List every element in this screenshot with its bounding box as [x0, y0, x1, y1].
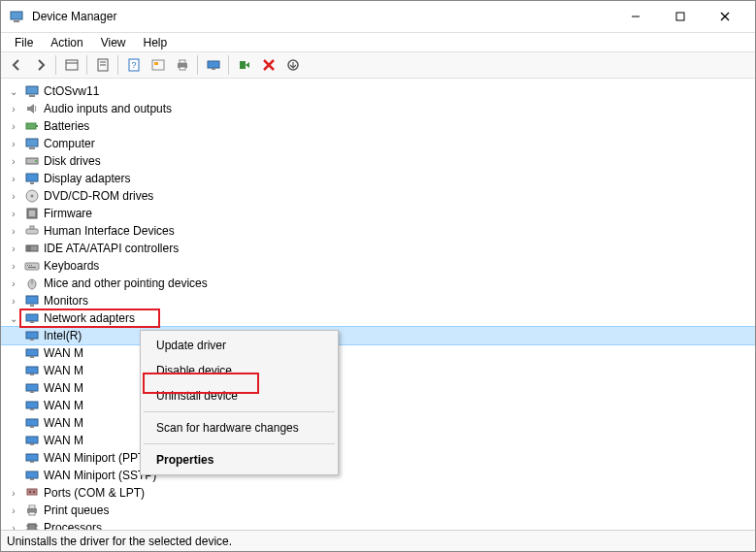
- tree-device[interactable]: WAN M: [1, 362, 755, 379]
- action-button[interactable]: [147, 54, 170, 76]
- tree-category[interactable]: ›Firmware: [1, 205, 755, 222]
- svg-rect-14: [154, 62, 158, 65]
- expand-icon[interactable]: ›: [7, 521, 20, 530]
- menu-help[interactable]: Help: [136, 34, 176, 51]
- svg-rect-18: [208, 61, 219, 68]
- menu-file[interactable]: File: [7, 34, 41, 51]
- collapse-icon[interactable]: ⌄: [7, 84, 20, 98]
- expand-icon[interactable]: ›: [7, 154, 20, 168]
- computer-icon: [24, 83, 40, 99]
- expand-icon[interactable]: ›: [7, 172, 20, 185]
- svg-rect-37: [29, 211, 35, 216]
- expand-icon[interactable]: ›: [7, 207, 20, 220]
- scan-button[interactable]: [202, 54, 225, 76]
- device-label: Intel(R): [44, 329, 82, 342]
- svg-rect-47: [28, 267, 36, 268]
- tree-device[interactable]: WAN Miniport (PPTP): [1, 449, 755, 467]
- svg-point-35: [31, 195, 34, 198]
- spacer: [7, 451, 20, 465]
- back-button[interactable]: [5, 54, 28, 76]
- tree-category[interactable]: ›Computer: [1, 135, 755, 152]
- tree-category[interactable]: ›Mice and other pointing devices: [1, 275, 755, 292]
- forward-button[interactable]: [29, 54, 52, 76]
- svg-rect-29: [29, 147, 35, 149]
- minimize-button[interactable]: [613, 1, 658, 32]
- svg-rect-0: [11, 12, 22, 19]
- tree-category[interactable]: ›Monitors: [1, 292, 755, 309]
- tree-category[interactable]: ›Audio inputs and outputs: [1, 100, 755, 117]
- expand-icon[interactable]: ›: [7, 242, 20, 255]
- spacer: [7, 469, 20, 482]
- close-button[interactable]: [703, 1, 747, 32]
- uninstall-button[interactable]: [257, 54, 280, 76]
- tree-root[interactable]: ⌄ CtOSvw11: [1, 82, 755, 100]
- expand-icon[interactable]: ›: [7, 189, 20, 203]
- category-label: Keyboards: [44, 259, 99, 273]
- maximize-button[interactable]: [658, 1, 703, 32]
- category-icon: [24, 136, 40, 151]
- tree-device[interactable]: Intel(R): [1, 327, 755, 344]
- expand-icon[interactable]: ›: [7, 224, 20, 238]
- expand-icon[interactable]: ›: [7, 102, 20, 115]
- expand-icon[interactable]: ›: [7, 503, 20, 517]
- category-label: Print queues: [44, 503, 109, 517]
- category-icon: [24, 206, 40, 221]
- expand-icon[interactable]: ›: [7, 259, 20, 273]
- context-update-driver[interactable]: Update driver: [143, 333, 336, 358]
- svg-rect-63: [30, 408, 34, 410]
- tree-category[interactable]: ›Keyboards: [1, 257, 755, 275]
- tree-device[interactable]: WAN M: [1, 344, 755, 362]
- tree-category[interactable]: ›Human Interface Devices: [1, 222, 755, 240]
- context-disable-device[interactable]: Disable device: [143, 358, 336, 383]
- network-adapter-icon: [24, 450, 40, 466]
- device-tree[interactable]: ⌄ CtOSvw11 ›Audio inputs and outputs›Bat…: [1, 79, 755, 530]
- tree-category[interactable]: ›Ports (COM & LPT): [1, 484, 755, 502]
- tree-device[interactable]: WAN M: [1, 379, 755, 397]
- expand-icon[interactable]: ›: [7, 119, 20, 133]
- menu-view[interactable]: View: [93, 34, 134, 51]
- tree-device[interactable]: WAN M: [1, 414, 755, 432]
- enable-button[interactable]: [233, 54, 256, 76]
- show-hidden-button[interactable]: [60, 54, 83, 76]
- print-button[interactable]: [171, 54, 194, 76]
- expand-icon[interactable]: ›: [7, 294, 20, 308]
- help-button[interactable]: ?: [122, 54, 146, 76]
- tree-category[interactable]: ⌄Network adapters: [1, 309, 755, 327]
- tree-category[interactable]: ›Processors: [1, 519, 755, 530]
- svg-rect-71: [30, 478, 34, 480]
- tree-category[interactable]: ›Display adapters: [1, 170, 755, 187]
- tree-category[interactable]: ›IDE ATA/ATAPI controllers: [1, 240, 755, 257]
- statusbar: Uninstalls the driver for the selected d…: [1, 530, 755, 551]
- expand-icon[interactable]: ›: [7, 276, 20, 290]
- category-label: Network adapters: [44, 311, 135, 325]
- svg-rect-3: [676, 13, 684, 20]
- category-icon: [24, 485, 40, 501]
- expand-icon[interactable]: ›: [7, 486, 20, 500]
- network-adapter-icon: [24, 363, 40, 378]
- tree-device[interactable]: WAN M: [1, 432, 755, 449]
- category-icon: [24, 223, 40, 239]
- category-icon: [24, 153, 40, 169]
- context-properties[interactable]: Properties: [143, 447, 336, 472]
- tree-device[interactable]: WAN Miniport (SSTP): [1, 467, 755, 484]
- tree-category[interactable]: ›DVD/CD-ROM drives: [1, 187, 755, 205]
- context-uninstall-device[interactable]: Uninstall device: [143, 383, 336, 408]
- category-label: Firmware: [44, 207, 92, 220]
- toolbar: ?: [1, 51, 755, 79]
- menu-action[interactable]: Action: [43, 34, 90, 51]
- category-label: IDE ATA/ATAPI controllers: [44, 242, 179, 255]
- collapse-icon[interactable]: ⌄: [7, 311, 20, 325]
- tree-category[interactable]: ›Disk drives: [1, 152, 755, 170]
- category-label: Ports (COM & LPT): [44, 486, 145, 500]
- device-label: WAN M: [44, 416, 83, 430]
- tree-device[interactable]: WAN M: [1, 397, 755, 414]
- update-button[interactable]: [281, 54, 305, 76]
- spacer: [7, 399, 20, 412]
- properties-button[interactable]: [91, 54, 115, 76]
- context-menu: Update driver Disable device Uninstall d…: [140, 330, 339, 475]
- tree-category[interactable]: ›Print queues: [1, 502, 755, 519]
- tree-category[interactable]: ›Batteries: [1, 117, 755, 135]
- svg-rect-77: [29, 512, 35, 515]
- context-scan-hardware[interactable]: Scan for hardware changes: [143, 415, 336, 440]
- expand-icon[interactable]: ›: [7, 137, 20, 150]
